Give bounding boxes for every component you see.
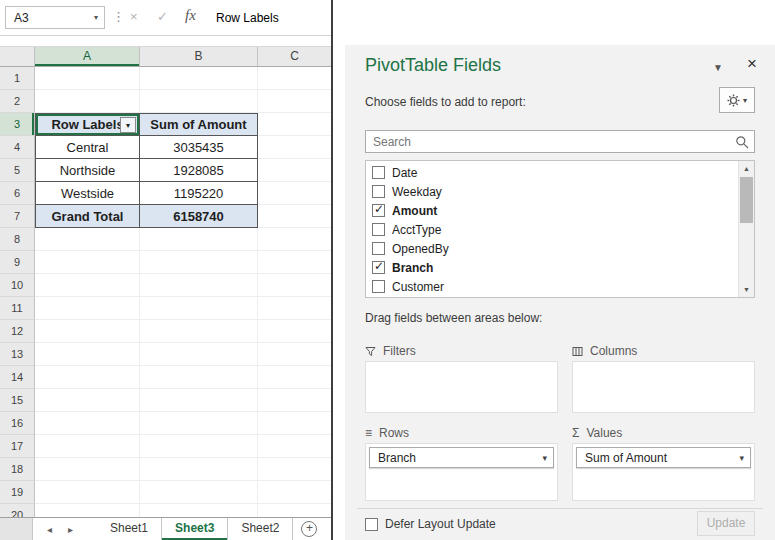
checkbox[interactable] (372, 242, 385, 255)
cell[interactable] (35, 297, 140, 320)
cell[interactable] (35, 366, 140, 389)
cell[interactable] (35, 90, 140, 113)
chevron-down-icon[interactable]: ▾ (542, 453, 547, 463)
cell[interactable] (140, 481, 258, 504)
scrollbar[interactable]: ▲ ▼ (738, 161, 754, 297)
row-header[interactable]: 19 (0, 481, 35, 504)
chevron-down-icon[interactable]: ▾ (739, 453, 744, 463)
sheet-tab-sheet1[interactable]: Sheet1 (97, 518, 162, 540)
scroll-up-icon[interactable]: ▲ (739, 161, 754, 176)
cell[interactable] (258, 274, 331, 297)
cell[interactable] (35, 343, 140, 366)
cell[interactable] (258, 182, 331, 205)
row-header[interactable]: 5 (0, 159, 35, 182)
cell[interactable] (258, 136, 331, 159)
cell[interactable] (140, 389, 258, 412)
cell[interactable] (258, 67, 331, 90)
cell[interactable] (258, 366, 331, 389)
sheet-tab-sheet2[interactable]: Sheet2 (228, 518, 293, 540)
pivot-grand-total-label-cell[interactable]: Grand Total (35, 205, 140, 228)
checkbox-checked[interactable]: ✓ (372, 204, 385, 217)
cell[interactable] (258, 251, 331, 274)
checkbox[interactable] (372, 223, 385, 236)
field-item-amount[interactable]: ✓ Amount (366, 201, 737, 220)
field-item-branch[interactable]: ✓ Branch (366, 258, 737, 277)
cell[interactable] (35, 504, 140, 517)
cell[interactable] (140, 412, 258, 435)
column-header-c[interactable]: C (258, 47, 331, 66)
update-button[interactable]: Update (697, 511, 755, 536)
cell[interactable] (258, 389, 331, 412)
next-sheet-icon[interactable]: ▸ (68, 524, 73, 535)
pivot-filter-dropdown-button[interactable]: ▾ (120, 117, 136, 133)
cell[interactable] (35, 481, 140, 504)
cell[interactable] (258, 481, 331, 504)
cell[interactable] (258, 343, 331, 366)
field-item-openedby[interactable]: OpenedBy (366, 239, 737, 258)
row-header[interactable]: 7 (0, 205, 35, 228)
search-input[interactable] (366, 131, 754, 152)
cell[interactable] (258, 113, 331, 136)
rows-drop-area[interactable]: Branch ▾ (365, 443, 558, 501)
cell[interactable] (140, 504, 258, 517)
field-item-accttype[interactable]: AcctType (366, 220, 737, 239)
checkbox-checked[interactable]: ✓ (372, 261, 385, 274)
cell[interactable] (140, 343, 258, 366)
row-header[interactable]: 11 (0, 297, 35, 320)
row-header[interactable]: 8 (0, 228, 35, 251)
cell[interactable] (140, 67, 258, 90)
columns-drop-area[interactable] (572, 361, 755, 413)
defer-checkbox[interactable] (365, 518, 378, 531)
cell[interactable] (258, 435, 331, 458)
scrollbar-thumb[interactable] (740, 177, 753, 223)
row-header[interactable]: 16 (0, 412, 35, 435)
pivot-row-labels-header-cell[interactable]: Row Labels ▾ (35, 113, 140, 136)
formula-bar-content[interactable]: Row Labels (216, 11, 279, 25)
row-header[interactable]: 20 (0, 504, 35, 517)
pivot-value-cell[interactable]: 3035435 (140, 136, 258, 159)
row-header[interactable]: 1 (0, 67, 35, 90)
new-sheet-button[interactable]: + (301, 521, 317, 537)
name-box-dropdown-icon[interactable]: ▾ (88, 13, 104, 22)
cell[interactable] (258, 412, 331, 435)
cell[interactable] (140, 435, 258, 458)
cell[interactable] (258, 504, 331, 517)
cell[interactable] (258, 320, 331, 343)
row-header[interactable]: 12 (0, 320, 35, 343)
pane-options-icon[interactable]: ▼ (713, 62, 723, 73)
checkbox[interactable] (372, 166, 385, 179)
row-header[interactable]: 10 (0, 274, 35, 297)
filters-drop-area[interactable] (365, 361, 558, 413)
cell[interactable] (140, 251, 258, 274)
cell[interactable] (140, 297, 258, 320)
values-field-sum-of-amount[interactable]: Sum of Amount ▾ (576, 447, 751, 468)
cell[interactable] (258, 205, 331, 228)
row-header[interactable]: 18 (0, 458, 35, 481)
cell[interactable] (140, 366, 258, 389)
row-header[interactable]: 15 (0, 389, 35, 412)
insert-function-icon[interactable]: fx (185, 7, 196, 24)
column-header-b[interactable]: B (140, 47, 258, 66)
cell[interactable] (35, 412, 140, 435)
pivot-row-label-cell[interactable]: Central (35, 136, 140, 159)
row-header[interactable]: 6 (0, 182, 35, 205)
cell[interactable] (258, 228, 331, 251)
column-header-a[interactable]: A (35, 47, 140, 66)
pivot-value-cell[interactable]: 1928085 (140, 159, 258, 182)
cell[interactable] (35, 251, 140, 274)
cell[interactable] (35, 320, 140, 343)
values-drop-area[interactable]: Sum of Amount ▾ (572, 443, 755, 501)
cell[interactable] (258, 159, 331, 182)
cell[interactable] (258, 297, 331, 320)
scroll-down-icon[interactable]: ▼ (739, 282, 754, 297)
close-icon[interactable]: × (747, 54, 757, 74)
row-header[interactable]: 9 (0, 251, 35, 274)
row-header[interactable]: 4 (0, 136, 35, 159)
cancel-icon[interactable]: × (130, 9, 138, 24)
checkbox[interactable] (372, 280, 385, 293)
cell[interactable] (140, 320, 258, 343)
sheet-tab-sheet3[interactable]: Sheet3 (162, 518, 228, 540)
cell[interactable] (258, 458, 331, 481)
enter-icon[interactable]: ✓ (157, 9, 168, 24)
row-header[interactable]: 13 (0, 343, 35, 366)
